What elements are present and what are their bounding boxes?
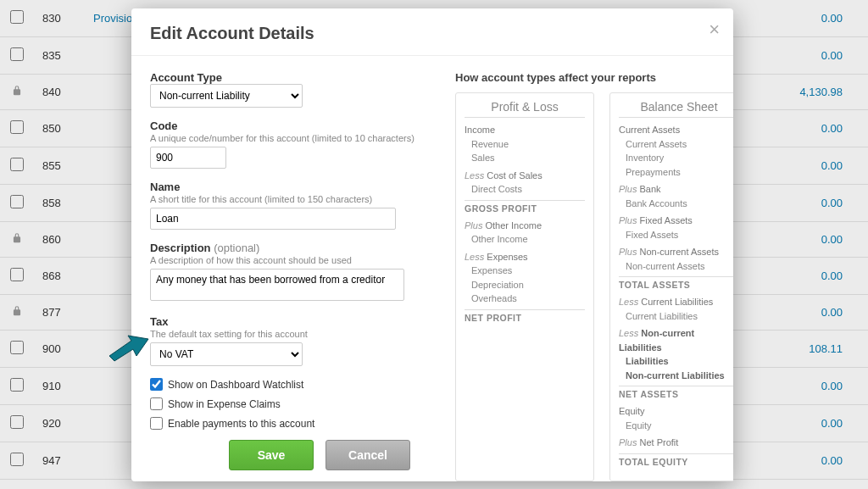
- reports-heading: How account types affect your reports: [455, 71, 733, 84]
- account-type-select[interactable]: Non-current Liability: [150, 84, 303, 108]
- dialog-header: Edit Account Details ×: [131, 8, 733, 56]
- description-help: A description of how this account should…: [150, 255, 438, 265]
- description-textarea[interactable]: [150, 269, 404, 301]
- profit-loss-box: Profit & Loss IncomeRevenueSalesLess Cos…: [455, 92, 594, 481]
- form-column: Account Type Non-current Liability Code …: [150, 71, 438, 471]
- tax-help: The default tax setting for this account: [150, 329, 438, 339]
- expense-claims-label: Show in Expense Claims: [168, 398, 281, 410]
- save-button[interactable]: Save: [229, 440, 314, 470]
- reports-info-column: How account types affect your reports Pr…: [455, 71, 733, 471]
- watchlist-checkbox[interactable]: [150, 378, 163, 391]
- code-help: A unique code/number for this account (l…: [150, 133, 438, 143]
- cancel-button[interactable]: Cancel: [326, 440, 410, 470]
- edit-account-dialog: Edit Account Details × Account Type Non-…: [131, 8, 733, 481]
- close-icon[interactable]: ×: [709, 20, 720, 39]
- watchlist-label: Show on Dashboard Watchlist: [168, 379, 303, 391]
- dialog-title: Edit Account Details: [150, 24, 715, 43]
- name-label: Name: [150, 181, 438, 193]
- code-label: Code: [150, 119, 438, 132]
- name-input[interactable]: [150, 208, 396, 230]
- name-help: A short title for this account (limited …: [150, 194, 438, 204]
- annotation-arrow-icon: [108, 331, 150, 364]
- balance-sheet-box: Balance Sheet Current AssetsCurrent Asse…: [609, 92, 733, 481]
- enable-payments-label: Enable payments to this account: [168, 418, 314, 430]
- tax-label: Tax: [150, 315, 438, 328]
- tax-select[interactable]: No VAT: [150, 342, 303, 366]
- description-label: Description (optional): [150, 242, 438, 254]
- enable-payments-checkbox[interactable]: [150, 417, 163, 430]
- code-input[interactable]: [150, 147, 226, 169]
- expense-claims-checkbox[interactable]: [150, 397, 163, 410]
- account-type-label: Account Type: [150, 71, 438, 84]
